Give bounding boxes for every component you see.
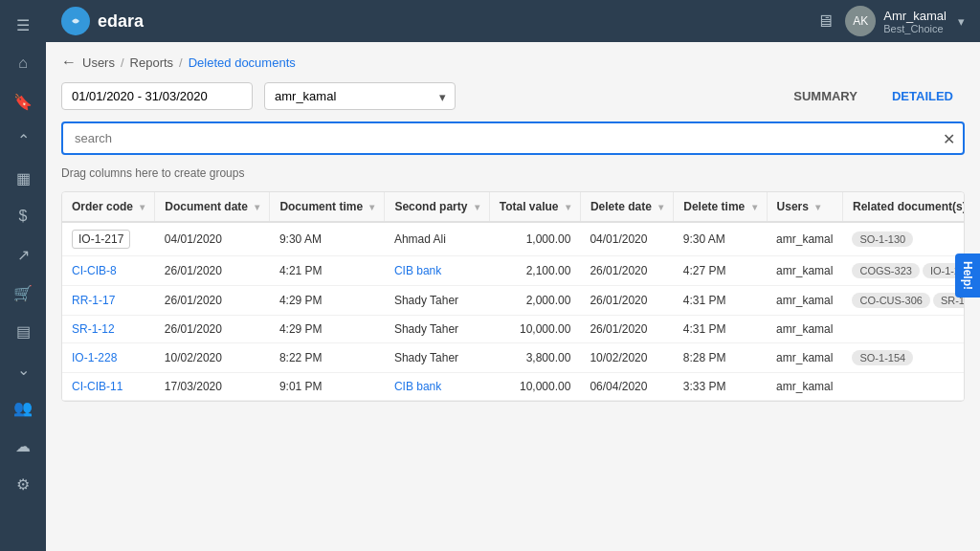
table-row: IO-1-21704/01/20209:30 AMAhmad Ali1,000.… <box>62 222 965 256</box>
second-party-cell[interactable]: CIB bank <box>385 256 489 286</box>
header: edara 🖥 AK Amr_kamal Best_Choice ▾ <box>46 0 980 42</box>
delete-time-cell: 4:31 PM <box>674 316 767 343</box>
breadcrumb-reports[interactable]: Reports <box>130 55 174 70</box>
dollar-icon[interactable]: $ <box>6 199 40 233</box>
drag-hint: Drag columns here to create groups <box>61 163 965 184</box>
users-cell: amr_kamal <box>767 286 842 316</box>
app-name: edara <box>98 11 144 32</box>
second-party-cell[interactable]: CIB bank <box>385 373 489 401</box>
order-code-cell[interactable]: SR-1-12 <box>62 316 155 343</box>
user-details: Amr_kamal Best_Choice <box>883 9 947 34</box>
settings-icon[interactable]: ⚙ <box>6 467 40 501</box>
document-time-cell: 8:22 PM <box>270 343 385 373</box>
document-date-cell: 04/01/2020 <box>155 222 270 256</box>
user-name: Amr_kamal <box>883 9 947 23</box>
bookmark-icon[interactable]: 🔖 <box>6 84 40 119</box>
header-right: 🖥 AK Amr_kamal Best_Choice ▾ <box>816 6 965 36</box>
search-bar: ✕ <box>61 121 965 155</box>
breadcrumb-sep-1: / <box>121 55 124 70</box>
breadcrumb-sep-2: / <box>179 55 183 70</box>
user-menu[interactable]: AK Amr_kamal Best_Choice ▾ <box>845 6 965 36</box>
document-date-cell: 26/01/2020 <box>155 316 270 343</box>
related-docs-cell: COGS-323IO-1-226JE-4172... <box>842 256 965 286</box>
document-time-cell: 4:21 PM <box>270 256 385 286</box>
order-code-cell[interactable]: IO-1-228 <box>62 343 155 373</box>
col-delete-time[interactable]: Delete time ▾ <box>674 192 767 222</box>
back-button[interactable]: ← <box>61 54 77 71</box>
delete-time-cell: 4:27 PM <box>674 256 767 286</box>
date-range-input[interactable] <box>61 82 253 110</box>
user-select[interactable]: amr_kamal <box>264 82 456 110</box>
delete-time-cell: 4:31 PM <box>674 286 767 316</box>
order-code-cell[interactable]: CI-CIB-11 <box>62 373 155 401</box>
users-icon[interactable]: 👥 <box>6 390 40 425</box>
user-sub: Best_Choice <box>883 23 947 34</box>
related-doc-badge[interactable]: SO-1-154 <box>852 350 913 365</box>
delete-date-cell: 04/01/2020 <box>580 222 673 256</box>
main-panel: edara 🖥 AK Amr_kamal Best_Choice ▾ ← Use… <box>46 0 980 551</box>
users-cell: amr_kamal <box>767 256 842 286</box>
col-users[interactable]: Users ▾ <box>767 192 842 222</box>
logo-icon <box>61 7 90 35</box>
col-order-code[interactable]: Order code ▾ <box>62 192 155 222</box>
summary-button[interactable]: SUMMARY <box>782 83 869 109</box>
table-header-row: Order code ▾ Document date ▾ Document ti… <box>62 192 965 222</box>
document-date-cell: 26/01/2020 <box>155 286 270 316</box>
related-doc-badge[interactable]: CO-CUS-306 <box>852 293 929 308</box>
col-document-date[interactable]: Document date ▾ <box>155 192 270 222</box>
second-party-cell: Shady Taher <box>385 343 489 373</box>
total-value-cell: 1,000.00 <box>489 222 580 256</box>
monitor-icon[interactable]: 🖥 <box>816 11 834 32</box>
breadcrumb: ← Users / Reports / Deleted documents <box>61 54 965 71</box>
order-code-cell[interactable]: CI-CIB-8 <box>62 256 155 286</box>
user-dropdown-icon: ▾ <box>958 14 965 29</box>
col-total-value[interactable]: Total value ▾ <box>489 192 580 222</box>
delete-date-cell: 26/01/2020 <box>580 286 673 316</box>
logo: edara <box>61 7 144 35</box>
table-icon[interactable]: ▤ <box>6 314 40 348</box>
search-clear-icon[interactable]: ✕ <box>943 129 955 147</box>
breadcrumb-users[interactable]: Users <box>82 55 115 70</box>
home-icon[interactable]: ⌂ <box>6 46 40 80</box>
total-value-cell: 10,000.00 <box>489 373 580 401</box>
col-related-docs[interactable]: Related document(s) ▾ ⊞ <box>842 192 965 222</box>
col-document-time[interactable]: Document time ▾ <box>270 192 385 222</box>
chart-icon[interactable]: ↗ <box>6 237 40 272</box>
delete-date-cell: 06/04/2020 <box>580 373 673 401</box>
related-doc-badge[interactable]: SO-1-130 <box>852 231 913 247</box>
delete-date-cell: 26/01/2020 <box>580 256 673 286</box>
total-value-cell: 2,000.00 <box>489 286 580 316</box>
second-party-cell: Ahmad Ali <box>385 222 489 256</box>
store-icon[interactable]: ▦ <box>6 161 40 195</box>
delete-date-cell: 26/01/2020 <box>580 316 673 343</box>
delete-date-cell: 10/02/2020 <box>580 343 673 373</box>
document-date-cell: 10/02/2020 <box>155 343 270 373</box>
related-docs-cell: SO-1-154 <box>842 343 965 373</box>
delete-time-cell: 8:28 PM <box>674 343 767 373</box>
chevron-down-icon[interactable]: ⌄ <box>6 352 40 386</box>
second-party-cell: Shady Taher <box>385 316 489 343</box>
chevron-up-icon[interactable]: ⌃ <box>6 122 40 157</box>
second-party-cell: Shady Taher <box>385 286 489 316</box>
order-code-cell[interactable]: IO-1-217 <box>62 222 155 256</box>
document-time-cell: 4:29 PM <box>270 316 385 343</box>
table-row: SR-1-1226/01/20204:29 PMShady Taher10,00… <box>62 316 965 343</box>
menu-icon[interactable]: ☰ <box>6 8 40 42</box>
help-button[interactable]: Help! <box>955 253 980 298</box>
col-delete-date[interactable]: Delete date ▾ <box>580 192 673 222</box>
document-time-cell: 9:30 AM <box>270 222 385 256</box>
document-time-cell: 4:29 PM <box>270 286 385 316</box>
users-cell: amr_kamal <box>767 343 842 373</box>
col-second-party[interactable]: Second party ▾ <box>385 192 489 222</box>
table-row: IO-1-22810/02/20208:22 PMShady Taher3,80… <box>62 343 965 373</box>
cloud-icon[interactable]: ☁ <box>6 429 40 463</box>
users-cell: amr_kamal <box>767 373 842 401</box>
search-input[interactable] <box>61 121 965 155</box>
related-doc-badge[interactable]: COGS-323 <box>852 263 919 278</box>
order-code-cell[interactable]: RR-1-17 <box>62 286 155 316</box>
filter-bar: amr_kamal ▾ SUMMARY DETAILED <box>61 82 965 110</box>
detailed-button[interactable]: DETAILED <box>880 83 965 109</box>
cart-icon[interactable]: 🛒 <box>6 276 40 310</box>
related-docs-cell <box>842 316 965 343</box>
table-row: RR-1-1726/01/20204:29 PMShady Taher2,000… <box>62 286 965 316</box>
